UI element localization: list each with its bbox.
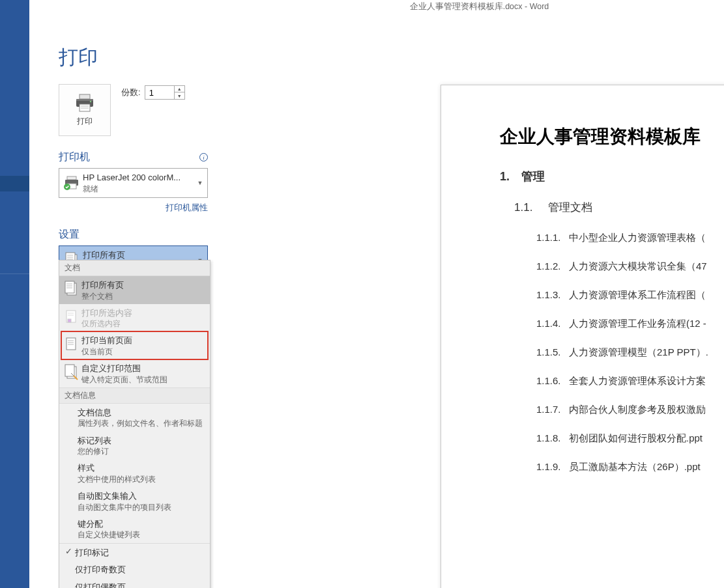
list-item: 1.1.9.员工激励基本方法（26P）.ppt [536, 461, 724, 473]
nav-selected-indicator [0, 176, 29, 191]
doc-list: 1.1.1.中小型企业人力资源管理表格（ 1.1.2.人力资源六大模块常识全集（… [536, 232, 724, 473]
svg-rect-2 [76, 99, 93, 101]
printer-heading: 打印机 [59, 150, 90, 164]
page-selection-icon [62, 307, 81, 328]
chevron-down-icon: ▼ [195, 180, 205, 186]
svg-rect-17 [65, 281, 74, 293]
dropdown-group-label: 文档信息 [59, 387, 210, 404]
dd-item-print-current[interactable]: 打印当前页面 仅当前页 [59, 331, 210, 359]
dd-item-odd-pages[interactable]: 仅打印奇数页 [59, 561, 210, 578]
dd-item-docinfo[interactable]: 文档信息 属性列表，例如文件名、作者和标题 [59, 404, 210, 432]
printer-name: HP LaserJet 200 colorM... [83, 172, 195, 184]
page-preview: 企业人事管理资料模板库 1.管理 1.1.管理文档 1.1.1.中小型企业人力资… [441, 85, 724, 588]
copies-label: 份数: [121, 87, 141, 98]
nav-separator [0, 273, 29, 274]
copies-input[interactable] [145, 88, 174, 98]
dd-item-markup-list[interactable]: 标记列表 您的修订 [59, 432, 210, 460]
page-custom-icon [62, 362, 81, 383]
page-icon [62, 334, 81, 355]
dd-item-print-selection: 打印所选内容 仅所选内容 [59, 304, 210, 332]
page-title: 打印 [59, 44, 235, 71]
dd-item-even-pages[interactable]: 仅打印偶数页 [59, 578, 210, 588]
window-title: 企业人事管理资料模板库.docx - Word [235, 0, 724, 12]
copies-control: 份数: ▲ ▼ [121, 85, 185, 100]
dd-item-print-custom[interactable]: 自定义打印范围 键入特定页面、节或范围 [59, 359, 210, 387]
dropdown-group-label: 文档 [59, 260, 210, 276]
printer-icon [74, 94, 95, 112]
list-item: 1.1.8.初创团队如何进行股权分配.ppt [536, 432, 724, 445]
dd-item-print-markup[interactable]: ✓ 打印标记 [59, 544, 210, 561]
doc-heading-2: 1.1.管理文档 [514, 200, 724, 215]
doc-heading-1: 1.管理 [500, 169, 724, 184]
check-icon: ✓ [62, 546, 75, 556]
dd-item-print-all[interactable]: 打印所有页 整个文档 [59, 276, 210, 304]
printer-status-icon [62, 176, 83, 190]
info-icon[interactable]: i [199, 153, 208, 161]
app-root: 打印 打印 份数: [0, 0, 724, 588]
list-item: 1.1.6.全套人力资源管理体系设计方案 [536, 375, 724, 387]
list-item: 1.1.3.人力资源管理体系工作流程图（ [536, 289, 724, 301]
svg-rect-7 [67, 176, 76, 180]
list-item: 1.1.4.人力资源管理工作业务流程(12 - [536, 318, 724, 330]
doc-title: 企业人事管理资料模板库 [500, 124, 724, 149]
list-item: 1.1.1.中小型企业人力资源管理表格（ [536, 232, 724, 244]
print-range-dropdown: 文档 打印所有页 整个文档 打印所选内容 [59, 260, 210, 588]
pages-icon [62, 279, 81, 300]
printer-properties-link[interactable]: 打印机属性 [166, 203, 208, 212]
dd-item-styles[interactable]: 样式 文档中使用的样式列表 [59, 459, 210, 487]
dd-item-keys[interactable]: 键分配 自定义快捷键列表 [59, 515, 210, 543]
settings-heading: 设置 [59, 228, 235, 242]
list-item: 1.1.5.人力资源管理模型（21P PPT）. [536, 346, 724, 359]
list-item: 1.1.7.内部合伙人制度参考及股权激励 [536, 404, 724, 416]
backstage-nav[interactable] [0, 0, 29, 588]
printer-selector[interactable]: HP LaserJet 200 colorM... 就绪 ▼ [59, 168, 208, 198]
list-item: 1.1.2.人力资源六大模块常识全集（47 [536, 260, 724, 273]
print-preview: 企业人事管理资料模板库.docx - Word 企业人事管理资料模板库 1.管理… [235, 0, 724, 588]
copies-spin-down[interactable]: ▼ [175, 92, 184, 99]
svg-point-3 [90, 100, 91, 102]
print-button[interactable]: 打印 [59, 84, 111, 136]
svg-rect-22 [68, 319, 71, 322]
copies-spin-up[interactable]: ▲ [175, 86, 184, 92]
svg-rect-0 [80, 94, 90, 99]
dd-item-autotext[interactable]: 自动图文集输入 自动图文集库中的项目列表 [59, 487, 210, 515]
print-options-pane: 打印 打印 份数: [29, 0, 235, 588]
svg-rect-25 [66, 338, 76, 350]
content-area: 打印 打印 份数: [29, 0, 724, 588]
printer-status: 就绪 [83, 184, 195, 194]
